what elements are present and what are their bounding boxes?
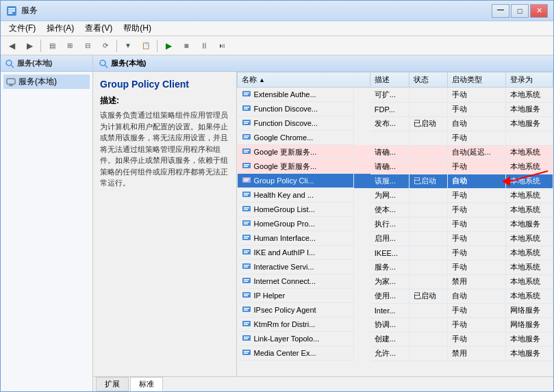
service-name-cell: KtmRm for Distri... (238, 317, 354, 332)
svg-rect-62 (242, 335, 251, 341)
table-row[interactable]: Google 更新服务...请确...手动本地系统 (238, 159, 553, 174)
toolbar-sep3 (157, 40, 158, 52)
col-desc[interactable]: 描述 (370, 73, 410, 88)
sidebar-item-label: 服务(本地) (18, 76, 57, 88)
table-row[interactable]: HomeGroup Pro...执行...手动本地服务 (238, 217, 553, 231)
svg-rect-6 (7, 79, 15, 84)
service-startup-cell: 手动 (447, 102, 505, 116)
service-name-cell: Google Chrome... (238, 131, 354, 145)
refresh-button[interactable]: ⟳ (97, 38, 114, 53)
col-logon[interactable]: 登录为 (505, 73, 553, 88)
menu-action[interactable]: 操作(A) (41, 21, 79, 36)
table-scroll-area[interactable]: 名称 描述 状态 启动类型 (237, 72, 553, 376)
maximize-button[interactable]: □ (511, 4, 529, 18)
pause-button[interactable]: ⏸ (196, 38, 212, 53)
console-button[interactable]: ▤ (44, 38, 60, 53)
svg-rect-41 (242, 235, 251, 240)
table-row[interactable]: Function Discove...发布...已启动自动本地服务 (238, 116, 553, 131)
service-startup-cell: 手动 (447, 202, 505, 217)
svg-rect-22 (244, 138, 248, 139)
svg-rect-25 (244, 152, 248, 153)
stop-button[interactable]: ■ (178, 38, 194, 53)
svg-rect-35 (242, 206, 251, 211)
services-table: 名称 描述 状态 启动类型 (237, 72, 553, 361)
table-row[interactable]: IPsec Policy AgentInter...手动网络服务 (238, 303, 553, 317)
description-text: 该服务负责通过组策略组件应用管理员为计算机和用户配置的设置。如果停止或禁用该服务… (100, 109, 229, 189)
service-name-text: KtmRm for Distri... (254, 320, 316, 328)
svg-rect-43 (244, 238, 248, 239)
resume-button[interactable]: ⏯ (214, 38, 230, 53)
svg-rect-64 (244, 339, 248, 340)
tab-expand[interactable]: 扩展 (96, 377, 129, 391)
service-desc-cell: 使本... (370, 202, 410, 217)
svg-rect-60 (244, 322, 249, 324)
menu-help[interactable]: 帮助(H) (118, 21, 157, 36)
table-row[interactable]: Interactive Servi...服务...手动本地系统 (238, 260, 553, 274)
svg-rect-47 (242, 263, 251, 269)
tab-standard[interactable]: 标准 (130, 377, 163, 391)
filter-button[interactable]: ▼ (120, 38, 136, 53)
table-row[interactable]: Function Discove...FDP...手动本地服务 (238, 102, 553, 116)
service-icon (242, 146, 251, 157)
back-button[interactable]: ◀ (3, 38, 20, 53)
table-row[interactable]: Human Interface...启用...手动本地系统 (238, 231, 553, 246)
svg-rect-29 (242, 177, 251, 183)
col-name[interactable]: 名称 (238, 73, 370, 88)
service-icon (242, 190, 251, 200)
service-name-cell: Group Policy Cli... (238, 174, 354, 188)
service-logon-cell: 本地系统 (505, 289, 553, 303)
service-name-cell: IP Helper (238, 289, 354, 303)
service-name-text: Link-Layer Topolo... (254, 335, 320, 343)
table-row[interactable]: Extensible Authe...可扩...手动本地系统 (238, 88, 553, 103)
table-row[interactable]: Google Chrome...手动 (238, 131, 553, 145)
menu-file[interactable]: 文件(F) (3, 21, 41, 36)
service-status-cell (410, 88, 448, 103)
service-status-cell (410, 346, 448, 361)
svg-rect-37 (244, 209, 248, 211)
description-label: 描述: (100, 95, 229, 107)
close-button[interactable]: ✕ (530, 4, 548, 18)
service-desc-cell: 可扩... (370, 88, 410, 103)
service-status-cell (410, 317, 448, 332)
table-row[interactable]: Health Key and ...为网...手动本地系统 (238, 188, 553, 202)
toolbar: ◀ ▶ ▤ ⊞ ⊟ ⟳ ▼ 📋 ▶ ■ ⏸ ⏯ (1, 36, 553, 55)
table-row[interactable]: Google 更新服务...请确...自动(延迟...本地系统 (238, 145, 553, 159)
svg-rect-18 (244, 121, 249, 122)
service-name-cell: IKE and AuthIP I... (238, 246, 354, 260)
svg-rect-63 (244, 337, 249, 338)
svg-rect-58 (244, 310, 248, 311)
service-name-cell: IPsec Policy Agent (238, 303, 354, 317)
service-icon (242, 333, 251, 344)
table-row[interactable]: KtmRm for Distri...协调...手动网络服务 (238, 317, 553, 332)
service-startup-cell: 自动 (447, 116, 505, 131)
forward-button[interactable]: ▶ (21, 38, 38, 53)
window-frame: 服务 ─ □ ✕ 文件(F) 操作(A) 查看(V) 帮助(H) ◀ ▶ ▤ ⊞… (0, 0, 554, 392)
play-button[interactable]: ▶ (160, 38, 177, 53)
service-name-text: Google 更新服务... (254, 161, 317, 172)
minimize-button[interactable]: ─ (492, 4, 509, 18)
table-row[interactable]: Internet Connect...为家...禁用本地系统 (238, 274, 553, 289)
app-icon (6, 5, 17, 16)
service-icon (242, 132, 251, 143)
service-icon (242, 118, 251, 129)
export-button[interactable]: 📋 (138, 38, 154, 53)
menu-view[interactable]: 查看(V) (79, 21, 118, 36)
service-name-cell: Human Interface... (238, 231, 354, 246)
table-row[interactable]: IP Helper使用...已启动自动本地系统 (238, 289, 553, 303)
table-row[interactable]: Link-Layer Topolo...创建...手动本地服务 (238, 332, 553, 346)
new-window-button[interactable]: ⊟ (79, 38, 96, 53)
service-icon (242, 319, 251, 330)
col-startup[interactable]: 启动类型 (447, 73, 505, 88)
table-row[interactable]: Group Policy Cli...该服...已启动自动本地系统 (238, 174, 553, 188)
sidebar-item-services-local[interactable]: 服务(本地) (3, 75, 90, 89)
toolbar-sep2 (116, 40, 117, 52)
svg-rect-30 (244, 179, 249, 180)
table-row[interactable]: HomeGroup List...使本...手动本地系统 (238, 202, 553, 217)
service-name-text: Extensible Authe... (254, 90, 316, 99)
svg-rect-51 (244, 279, 249, 280)
snap-button[interactable]: ⊞ (62, 38, 78, 53)
table-row[interactable]: IKE and AuthIP I...IKEE...手动本地系统 (238, 246, 553, 260)
service-startup-cell: 自动(延迟... (447, 145, 505, 159)
table-row[interactable]: Media Center Ex...允许...禁用本地服务 (238, 346, 553, 361)
col-status[interactable]: 状态 (410, 73, 448, 88)
